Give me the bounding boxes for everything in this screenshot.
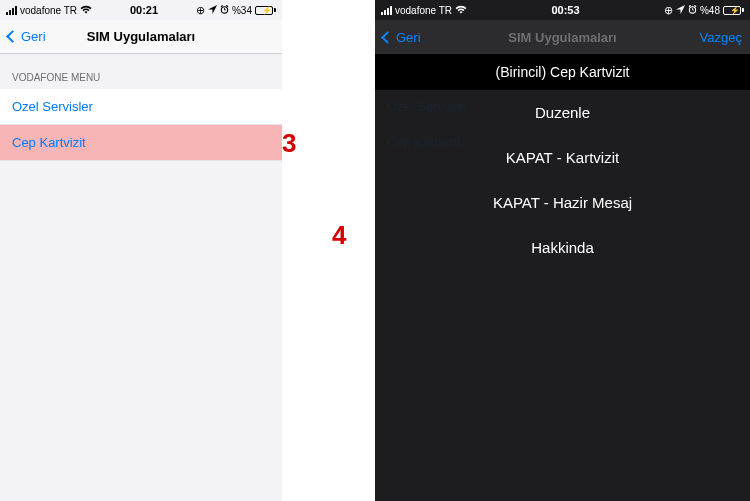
back-label: Geri — [396, 30, 421, 45]
list-item-cep-kartvizit[interactable]: Cep Kartvizit — [0, 125, 282, 161]
back-button[interactable]: Geri — [8, 29, 46, 44]
action-sheet-item-hakkinda[interactable]: Hakkinda — [375, 225, 750, 270]
annotation-marker-3: 3 — [282, 128, 296, 159]
signal-bars-icon — [381, 6, 392, 15]
battery-pct-label: %34 — [232, 5, 252, 16]
carrier-label: vodafone TR — [20, 5, 77, 16]
battery-icon: ⚡ — [255, 6, 276, 15]
orientation-lock-icon: ⊕ — [196, 5, 205, 16]
back-button[interactable]: Geri — [383, 30, 421, 45]
chevron-left-icon — [381, 31, 394, 44]
list-item-label: Cep Kartvizit — [12, 135, 86, 150]
battery-pct-label: %48 — [700, 5, 720, 16]
annotation-marker-4: 4 — [332, 220, 346, 251]
carrier-label: vodafone TR — [395, 5, 452, 16]
nav-bar: Geri SIM Uygulamaları — [0, 20, 282, 54]
wifi-icon — [455, 5, 467, 16]
action-sheet-item-kapat-hazir-mesaj[interactable]: KAPAT - Hazir Mesaj — [375, 180, 750, 225]
status-bar: vodafone TR 00:21 ⊕ %34 ⚡ — [0, 0, 282, 20]
action-sheet: (Birincil) Cep Kartvizit Duzenle KAPAT -… — [375, 54, 750, 501]
action-sheet-title: (Birincil) Cep Kartvizit — [375, 54, 750, 90]
location-icon — [676, 5, 685, 16]
cancel-button[interactable]: Vazgeç — [700, 30, 742, 45]
signal-bars-icon — [6, 6, 17, 15]
page-title: SIM Uygulamaları — [508, 30, 616, 45]
alarm-icon — [688, 5, 697, 16]
chevron-left-icon — [6, 30, 19, 43]
nav-bar: Geri SIM Uygulamaları Vazgeç — [375, 20, 750, 54]
page-title: SIM Uygulamaları — [87, 29, 195, 44]
back-label: Geri — [21, 29, 46, 44]
alarm-icon — [220, 5, 229, 16]
action-sheet-item-kapat-kartvizit[interactable]: KAPAT - Kartvizit — [375, 135, 750, 180]
list-item-ozel-servisler[interactable]: Ozel Servisler — [0, 89, 282, 125]
clock: 00:53 — [551, 4, 579, 16]
battery-icon: ⚡ — [723, 6, 744, 15]
wifi-icon — [80, 5, 92, 16]
screenshot-right: vodafone TR 00:53 ⊕ %48 ⚡ Geri SIM Uygul… — [375, 0, 750, 501]
section-header: VODAFONE MENU — [0, 54, 282, 89]
action-sheet-item-duzenle[interactable]: Duzenle — [375, 90, 750, 135]
status-bar: vodafone TR 00:53 ⊕ %48 ⚡ — [375, 0, 750, 20]
orientation-lock-icon: ⊕ — [664, 5, 673, 16]
annotation-gap: 3 4 — [282, 0, 375, 501]
location-icon — [208, 5, 217, 16]
clock: 00:21 — [130, 4, 158, 16]
screenshot-left: vodafone TR 00:21 ⊕ %34 ⚡ Geri SIM Uygul… — [0, 0, 282, 501]
list-item-label: Ozel Servisler — [12, 99, 93, 114]
